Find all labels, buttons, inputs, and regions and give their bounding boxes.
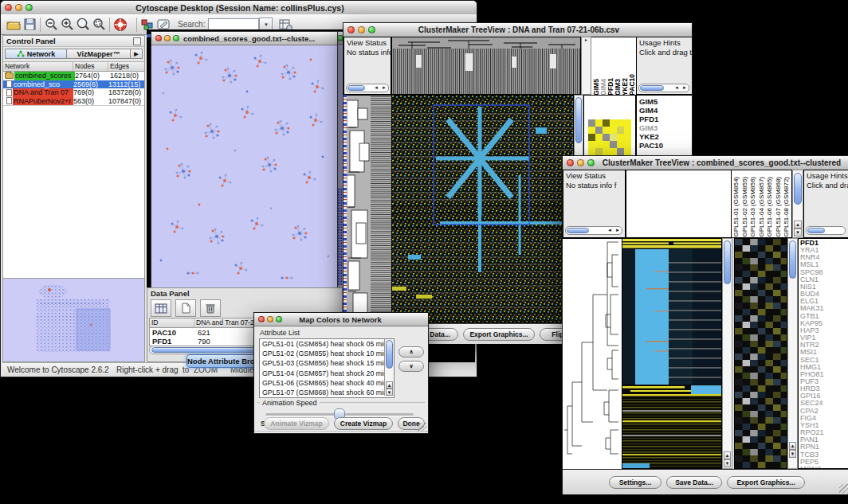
network-list-row[interactable]: RNAPuberNov2+I 563(0) 107847(0) <box>3 97 144 106</box>
zoom-button[interactable] <box>26 4 33 11</box>
zoom-button[interactable] <box>276 316 282 322</box>
network-canvas[interactable] <box>151 45 336 289</box>
birdseye-view[interactable] <box>3 278 144 361</box>
birdseye-viewport-rect[interactable] <box>77 309 110 350</box>
dialog-titlebar[interactable]: Map Colors to Network <box>254 313 428 326</box>
tv2-column-dendrogram-area[interactable] <box>626 170 732 238</box>
attribute-listbox[interactable]: GPL51-01 (GSM854) heat shock 05 minGPL51… <box>259 338 395 398</box>
network-list-row[interactable]: combined_scores 2764(0) 16218(0) <box>3 72 144 80</box>
attribute-item[interactable]: GPL51-04 (GSM857) heat shock 20 min <box>260 369 384 378</box>
scroll-up-arrow[interactable]: ▲ <box>789 442 796 450</box>
zoom-button[interactable] <box>368 26 375 33</box>
treeview1-titlebar[interactable]: ClusterMaker TreeView : DNA and Tran 07-… <box>344 23 692 37</box>
tv2-genelist-vscrollbar[interactable]: ▲ ▼ <box>787 238 798 469</box>
vscroll-thumb[interactable] <box>794 173 802 205</box>
vscroll-thumb[interactable] <box>789 240 796 279</box>
zoom-selected-button[interactable] <box>91 17 107 33</box>
tv2-heatmap-vscrollbar[interactable]: ▲ ▼ <box>722 238 732 469</box>
tv2-heatmap[interactable] <box>622 238 722 469</box>
tv1-status-hscrollbar[interactable]: ◄ ► <box>346 84 389 92</box>
tab-overflow-button[interactable]: ▶ <box>131 49 143 59</box>
scroll-down-arrow[interactable]: ▼ <box>724 459 731 467</box>
column-label[interactable]: PAC10 <box>629 74 636 96</box>
scroll-up-arrow[interactable]: ▲ <box>386 381 393 389</box>
network-table-header[interactable]: Network Nodes Edges <box>3 62 144 72</box>
move-up-button[interactable]: ∧ <box>398 346 424 357</box>
tv2-labels-vscrollbar[interactable]: ▲ ▼ <box>792 170 803 238</box>
column-label[interactable]: GPL51-08 (GSM872) <box>783 177 791 237</box>
tv2-zoom-heatmap[interactable] <box>734 238 787 469</box>
save-data-button[interactable]: Save Data... <box>666 476 722 489</box>
close-button[interactable] <box>5 4 12 11</box>
close-button[interactable] <box>347 26 355 33</box>
column-label[interactable]: GPL51-03 (GSM856) <box>749 177 758 237</box>
minimize-button[interactable] <box>358 26 365 33</box>
gene-label[interactable]: GIM3 <box>637 123 692 132</box>
tab-network[interactable]: Network <box>5 49 67 59</box>
settings-button[interactable]: Settings... <box>609 476 662 489</box>
vscroll-thumb[interactable] <box>724 240 731 284</box>
tv1-column-labels[interactable]: GIM5GIM4PFD1GIM3YKE2PAC10 <box>591 37 638 96</box>
attribute-item[interactable]: GPL51-07 (GSM868) heat shock 60 min <box>260 388 384 397</box>
tab-vizmapper[interactable]: VizMapper™ <box>67 49 131 59</box>
column-label[interactable]: GPL51-01 (GSM854) <box>732 177 741 237</box>
gene-label[interactable]: GIM4 <box>637 106 692 115</box>
close-button[interactable] <box>258 316 265 322</box>
scroll-right-arrow[interactable]: ► <box>681 84 689 92</box>
export-graphics-button[interactable]: Export Graphics... <box>463 328 535 341</box>
network-view-titlebar[interactable]: combined_scores_good.txt--cluste... <box>151 32 337 45</box>
scroll-down-arrow[interactable]: ▼ <box>789 450 796 458</box>
column-header-network[interactable]: Network <box>3 62 73 71</box>
vscroll-thumb[interactable] <box>575 97 582 143</box>
save-session-button[interactable] <box>22 17 37 33</box>
delete-attribute-button[interactable] <box>200 299 221 317</box>
tv1-usage-hscrollbar[interactable]: ◄ ► <box>638 84 689 92</box>
tv1-row-dendrogram[interactable] <box>347 95 391 324</box>
gene-label[interactable]: PAC10 <box>637 141 692 150</box>
scroll-up-arrow[interactable]: ▲ <box>724 451 731 459</box>
close-button[interactable] <box>567 159 574 166</box>
tv1-column-dendrogram[interactable] <box>391 37 581 95</box>
scroll-down-arrow[interactable]: ▼ <box>794 229 802 236</box>
scroll-right-arrow[interactable]: ► <box>614 227 622 234</box>
zoom-fit-button[interactable] <box>75 17 91 33</box>
scroll-left-arrow[interactable]: ◄ <box>372 84 380 92</box>
minimize-button[interactable] <box>164 35 171 41</box>
scroll-left-arrow[interactable]: ◄ <box>673 84 681 92</box>
vscroll-thumb[interactable] <box>386 340 393 369</box>
close-button[interactable] <box>155 35 162 41</box>
column-header-id[interactable]: ID <box>150 318 194 327</box>
tv2-status-hscrollbar[interactable]: ◄ ► <box>565 226 622 235</box>
tv1-splitter-strip[interactable]: ► <box>581 37 591 95</box>
network-list-row[interactable]: DNA and Tran 07 769(0) 183728(0) <box>3 88 144 97</box>
export-graphics-button[interactable]: Export Graphics... <box>727 476 805 489</box>
zoom-out-button[interactable] <box>43 17 59 33</box>
tv1-heatmap[interactable] <box>391 95 574 323</box>
move-down-button[interactable]: ∨ <box>398 361 424 372</box>
zoom-in-button[interactable] <box>59 17 75 33</box>
scroll-down-arrow[interactable]: ▼ <box>386 389 393 396</box>
gene-label[interactable]: YKE2 <box>637 132 692 141</box>
attribute-item[interactable]: GPL51-02 (GSM855) heat shock 10 min <box>260 349 384 358</box>
attribute-item[interactable]: GPL51-06 (GSM865) heat shock 40 min <box>260 378 384 388</box>
resize-grip[interactable] <box>418 423 427 432</box>
network-list-row[interactable]: combined_sco 2569(6) 13112(15) <box>3 80 144 89</box>
main-titlebar[interactable]: Cytoscape Desktop (Session Name: collins… <box>1 1 477 15</box>
treeview2-titlebar[interactable]: ClusterMaker TreeView : combined_scores_… <box>563 156 848 170</box>
gene-label[interactable]: PFD1 <box>637 115 692 123</box>
zoom-button[interactable] <box>173 35 179 41</box>
attribute-list-scrollbar[interactable]: ▲ ▼ <box>384 339 394 396</box>
column-header-edges[interactable]: Edges <box>108 62 144 71</box>
open-session-button[interactable] <box>6 17 22 33</box>
create-vizmap-button[interactable]: Create Vizmap <box>334 417 393 430</box>
column-header-nodes[interactable]: Nodes <box>73 62 108 71</box>
minimize-button[interactable] <box>15 4 22 11</box>
gene-label[interactable]: GIM5 <box>637 97 692 106</box>
hscroll-thumb[interactable] <box>640 85 664 91</box>
attribute-item[interactable]: GPL51-03 (GSM856) heat shock 15 min <box>260 358 384 368</box>
zoom-button[interactable] <box>587 159 595 166</box>
hscroll-thumb[interactable] <box>347 85 365 91</box>
minimize-button[interactable] <box>267 316 273 322</box>
column-label[interactable]: GPL51-07 (GSM868) <box>775 177 783 237</box>
new-attribute-button[interactable] <box>175 299 196 317</box>
